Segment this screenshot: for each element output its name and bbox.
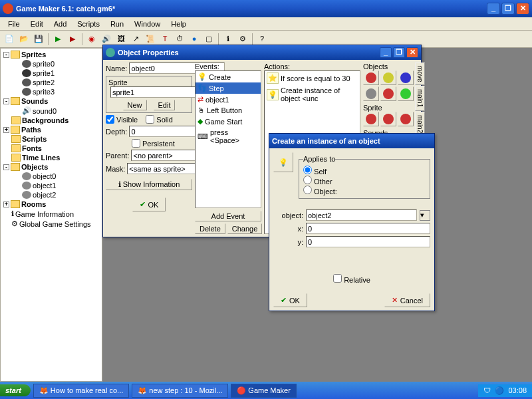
tray-icon[interactable]: 🛡 <box>483 386 491 394</box>
run-debug-icon[interactable]: ▶ <box>66 33 79 46</box>
menu-help[interactable]: Help <box>166 19 192 29</box>
palette-button[interactable] <box>363 86 379 101</box>
run-icon[interactable]: ▶ <box>51 33 65 46</box>
sound-icon[interactable]: 🔊 <box>100 33 113 46</box>
new-file-icon[interactable]: 📄 <box>3 33 16 46</box>
palette-button[interactable] <box>398 112 414 126</box>
palette-button[interactable] <box>398 70 414 85</box>
palette-button[interactable] <box>380 112 396 126</box>
tree-rooms[interactable]: +Rooms <box>2 200 100 209</box>
instdlg-ok-button[interactable]: ✔OK <box>273 293 307 307</box>
tree-settings[interactable]: ⚙Global Game Settings <box>2 219 100 229</box>
tree-sprite-item[interactable]: sprite3 <box>2 87 100 96</box>
script-icon[interactable]: 📜 <box>144 33 157 46</box>
object-icon[interactable]: ● <box>188 33 201 46</box>
tree-backgrounds[interactable]: Backgrounds <box>2 116 100 125</box>
path-icon[interactable]: ↗ <box>129 33 142 46</box>
event-item[interactable]: ◆Game Start <box>196 116 261 127</box>
room-icon[interactable]: ▢ <box>202 33 215 46</box>
help-icon[interactable]: ? <box>255 33 269 46</box>
background-icon[interactable]: 🖼 <box>114 33 128 46</box>
menu-scripts[interactable]: Scripts <box>72 19 105 29</box>
show-info-button[interactable]: ℹ Show Information <box>106 179 192 190</box>
menu-file[interactable]: File <box>3 19 25 29</box>
vtab-move[interactable]: move <box>415 63 425 85</box>
close-button[interactable]: ✕ <box>516 3 529 15</box>
menu-add[interactable]: Add <box>49 19 72 29</box>
action-item[interactable]: 💡Create instance of object <unc <box>265 85 360 104</box>
tree-sprite-item[interactable]: sprite0 <box>2 59 100 68</box>
palette-button[interactable] <box>380 70 396 85</box>
tree-object-item[interactable]: object1 <box>2 181 100 190</box>
event-item[interactable]: 🖱Left Button <box>196 105 261 116</box>
taskbar-item[interactable]: 🦊new step : 10 - Mozil... <box>132 384 228 398</box>
tree-fonts[interactable]: Fonts <box>2 144 100 153</box>
tree-gameinfo[interactable]: ℹGame Information <box>2 209 100 219</box>
info-icon[interactable]: ℹ <box>221 33 235 46</box>
visible-checkbox[interactable] <box>106 115 114 124</box>
y-input[interactable] <box>306 236 430 247</box>
object-picker-icon[interactable]: ▾ <box>420 210 430 221</box>
event-item[interactable]: ⌨press <Space> <box>196 127 261 146</box>
menu-window[interactable]: Window <box>129 19 166 29</box>
change-event-button[interactable]: Change <box>227 223 263 234</box>
menu-edit[interactable]: Edit <box>25 19 49 29</box>
objprops-minimize-button[interactable]: _ <box>380 47 392 58</box>
menu-run[interactable]: Run <box>105 19 129 29</box>
sprite-icon[interactable]: ◉ <box>85 33 98 46</box>
objprops-maximize-button[interactable]: ❐ <box>393 47 405 58</box>
self-radio[interactable] <box>303 166 312 174</box>
resource-tree[interactable]: -Sprites sprite0 sprite1 sprite2 sprite3… <box>0 48 102 382</box>
timeline-icon[interactable]: ⏱ <box>173 33 186 46</box>
palette-button[interactable] <box>380 86 396 101</box>
tree-object-item[interactable]: object0 <box>2 172 100 181</box>
minimize-button[interactable]: _ <box>487 3 500 15</box>
tree-sprite-item[interactable]: sprite1 <box>2 68 100 78</box>
object-input[interactable] <box>306 209 417 221</box>
tree-timelines[interactable]: Time Lines <box>2 153 100 162</box>
tree-scripts[interactable]: Scripts <box>2 134 100 144</box>
objprops-close-button[interactable]: ✕ <box>406 47 418 58</box>
open-file-icon[interactable]: 📂 <box>17 33 31 46</box>
persistent-checkbox[interactable] <box>132 139 140 148</box>
event-item[interactable]: 👣Step <box>196 82 261 94</box>
palette-button[interactable] <box>398 86 414 101</box>
maximize-button[interactable]: ❐ <box>501 3 515 15</box>
add-event-button[interactable]: Add Event <box>195 211 261 221</box>
instdlg-titlebar[interactable]: Create an instance of an object <box>269 134 434 148</box>
ok-button[interactable]: ✔OK <box>132 198 166 211</box>
object-radio[interactable] <box>303 186 312 194</box>
tree-sound-item[interactable]: 🔊sound0 <box>2 106 100 116</box>
taskbar-item[interactable]: 🔴Game Maker <box>231 384 297 398</box>
objprops-titlebar[interactable]: Object Properties _ ❐ ✕ <box>103 45 421 60</box>
tree-sprites[interactable]: -Sprites <box>2 50 100 59</box>
events-list[interactable]: 💡Create 👣Step ⇄object1 🖱Left Button ◆Gam… <box>195 70 261 208</box>
palette-button[interactable] <box>363 112 379 126</box>
other-radio[interactable] <box>303 176 312 184</box>
font-icon[interactable]: T <box>158 33 172 46</box>
relative-checkbox[interactable] <box>333 274 342 283</box>
x-input[interactable] <box>306 223 430 234</box>
new-sprite-button[interactable]: New <box>123 100 147 110</box>
event-item[interactable]: ⇄object1 <box>196 94 261 105</box>
delete-event-button[interactable]: Delete <box>195 223 225 234</box>
instdlg-cancel-button[interactable]: ✕Cancel <box>384 293 430 307</box>
taskbar-item[interactable]: 🦊How to make real co... <box>33 384 129 398</box>
start-button[interactable]: start <box>0 384 31 396</box>
sprite-input[interactable] <box>110 86 206 98</box>
tree-sounds[interactable]: -Sounds <box>2 96 100 106</box>
tray-icon[interactable]: 🔵 <box>495 386 504 395</box>
palette-button[interactable] <box>363 70 379 85</box>
tree-object-item[interactable]: object2 <box>2 190 100 200</box>
save-icon[interactable]: 💾 <box>32 33 45 46</box>
action-item[interactable]: ⭐If score is equal to 30 <box>265 71 360 85</box>
tree-paths[interactable]: +Paths <box>2 125 100 134</box>
system-tray[interactable]: 🛡 🔵 03:08 <box>478 384 532 397</box>
tree-objects[interactable]: -Objects <box>2 162 100 172</box>
tree-sprite-item[interactable]: sprite2 <box>2 78 100 87</box>
settings-icon[interactable]: ⚙ <box>236 33 249 46</box>
edit-sprite-button[interactable]: Edit <box>154 100 176 110</box>
event-item[interactable]: 💡Create <box>196 71 261 82</box>
vtab-main1[interactable]: main1 <box>415 86 425 110</box>
solid-checkbox[interactable] <box>146 115 154 124</box>
